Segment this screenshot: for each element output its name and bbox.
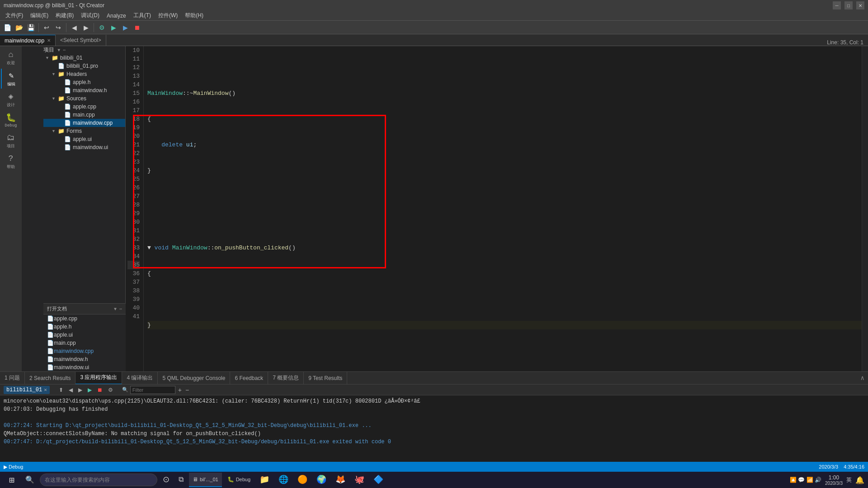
menu-controls[interactable]: 控件(W) [155,11,181,20]
editor-scrollbar[interactable] [862,46,868,371]
bottom-tab-qml[interactable]: 5 QML Debugger Console [158,372,230,385]
sidebar-edit[interactable]: ✎ 编辑 [1,69,21,89]
tree-item-main-cpp[interactable]: 📄 main.cpp [43,111,125,119]
bottom-tab-output[interactable]: 3 应用程序输出 [75,372,122,385]
taskbar-firefox[interactable]: 🦊 [332,473,349,487]
toolbar-new[interactable]: 📄 [2,22,13,33]
taskbar-search[interactable]: 在这里输入你要搜索的内容 [40,474,157,486]
tree-item-root[interactable]: ▼ 📁 bilibili_01 [43,54,125,62]
tab-close[interactable]: ✕ [47,38,51,43]
bottom-tab-summary[interactable]: 7 概要信息 [268,372,304,385]
sidebar-debug[interactable]: 🐛 Debug [1,110,21,130]
close-button[interactable]: ✕ [856,1,864,9]
bottom-tab-search[interactable]: 2 Search Results [25,372,75,385]
toolbar-undo[interactable]: ↩ [41,22,52,33]
bilibili-tab-close[interactable]: ✕ [44,387,47,393]
tree-item-pro[interactable]: 📄 bilibili_01.pro [43,62,125,70]
menu-edit[interactable]: 编辑(E) [27,11,52,20]
tree-item-sources[interactable]: ▼ 📁 Sources [43,94,125,103]
toolbar-redo[interactable]: ↪ [53,22,64,33]
toolbar-run[interactable]: ▶ [108,22,119,33]
taskbar-debug[interactable]: 🐛 Debug [224,473,254,487]
btn-scroll-next[interactable]: ▶ [76,386,84,394]
sidebar-help[interactable]: ? 帮助 [1,152,21,172]
tree-item-mainwindow-cpp[interactable]: 📄 mainwindow.cpp [43,119,125,127]
filter-input[interactable] [130,386,175,394]
taskbar-browser1[interactable]: 🌐 [275,473,292,487]
open-file-mainwindow-cpp[interactable]: 📄 mainwindow.cpp [43,347,126,355]
arrow-icon: ▼ [52,129,58,133]
tab-label: <Select Symbol> [60,37,101,43]
btn-stop[interactable]: ⏹ [95,386,104,394]
minimize-button[interactable]: ─ [833,1,841,9]
bottom-tab-compile[interactable]: 4 编译输出 [122,372,158,385]
toolbar-save[interactable]: 💾 [25,22,36,33]
taskbar-explorer[interactable]: 📁 [256,473,273,487]
output-line [4,413,864,422]
bottom-tab-feedback[interactable]: 6 Feedback [230,372,268,385]
bottom-tab-problems[interactable]: 1 问题 [0,372,25,385]
open-file-main-cpp[interactable]: 📄 main.cpp [43,339,126,347]
taskbar-lang[interactable]: 英 [846,476,852,484]
status-debug[interactable]: ▶ Debug [4,464,23,470]
sidebar-design[interactable]: ◈ 设计 [1,89,21,109]
taskbar-task-view[interactable]: ⧉ [175,473,187,487]
open-file-apple-ui[interactable]: 📄 apple.ui [43,331,126,339]
taskbar-vs[interactable]: 🔷 [370,473,387,487]
menu-build[interactable]: 构建(B) [52,11,77,20]
toolbar-debug-run[interactable]: ▶ [120,22,131,33]
btn-scroll-prev[interactable]: ◀ [67,386,75,394]
sidebar-project[interactable]: 🗂 项目 [1,131,21,151]
bottom-panel-toggle[interactable]: ∧ [861,374,868,382]
open-file-mainwindow-h[interactable]: 📄 mainwindow.h [43,355,126,363]
tree-item-forms[interactable]: ▼ 📁 Forms [43,127,125,135]
btn-settings[interactable]: ⚙ [106,386,115,394]
btn-filter-remove[interactable]: − [184,386,190,394]
menu-analyze[interactable]: Analyze [103,12,130,20]
taskbar-chrome[interactable]: 🌍 [313,473,330,487]
tree-item-apple-ui[interactable]: 📄 apple.ui [43,135,125,143]
open-file-apple-cpp[interactable]: 📄 apple.cpp [43,314,126,323]
btn-scroll-top[interactable]: ⬆ [57,386,65,394]
toolbar-forward[interactable]: ▶ [80,22,91,33]
toolbar-back[interactable]: ◀ [69,22,80,33]
sidebar-welcome[interactable]: ⌂ 欢迎 [1,48,21,68]
menu-file[interactable]: 文件(F) [2,11,27,20]
menu-tools[interactable]: 工具(T) [130,11,155,20]
maximize-button[interactable]: □ [844,1,853,9]
tree-item-mainwindow-h[interactable]: 📄 mainwindow.h [43,86,125,94]
tree-label-pro: bilibili_01.pro [66,63,98,69]
code-editor: 1011121314 1516171819 2021222324 2526272… [126,46,868,371]
bottom-tab-test[interactable]: 9 Test Results [304,372,347,385]
pro-file-icon: 📄 [58,63,65,69]
tree-item-apple-h[interactable]: 📄 apple.h [43,78,125,86]
editor-area[interactable]: 1011121314 1516171819 2021222324 2526272… [126,46,868,371]
tree-item-mainwindow-ui[interactable]: 📄 mainwindow.ui [43,143,125,151]
btn-run[interactable]: ▶ [86,386,94,394]
menu-help[interactable]: 帮助(H) [181,11,207,20]
start-button[interactable]: ⊞ [4,472,20,488]
bilibili-tab[interactable]: bilibili_01 ✕ [4,386,50,394]
taskbar-browser2[interactable]: 🟠 [294,473,311,487]
open-file-apple-h[interactable]: 📄 apple.h [43,323,126,331]
open-file-label: mainwindow.h [54,356,88,362]
toolbar-open[interactable]: 📂 [14,22,24,33]
tree-label-headers: Headers [66,71,87,77]
tab-select-symbol[interactable]: <Select Symbol> [56,35,106,46]
btn-filter-add[interactable]: + [177,386,183,394]
taskbar-qt-creator[interactable]: 🖥 bil'..._01 [189,473,222,487]
edit-label: 编辑 [7,81,15,87]
tree-item-headers[interactable]: ▼ 📁 Headers [43,70,125,78]
code-content[interactable]: MainWindow::~MainWindow() { delete ui; }… [144,46,868,371]
tree-item-apple-cpp[interactable]: 📄 apple.cpp [43,103,125,111]
tab-mainwindow-cpp[interactable]: mainwindow.cpp ✕ [0,35,56,46]
taskbar-gitkraken[interactable]: 🐙 [351,473,368,487]
taskbar-cortana[interactable]: ⊙ [159,473,173,487]
taskbar-left: ⊞ 🔍 在这里输入你要搜索的内容 ⊙ ⧉ 🖥 bil'..._01 🐛 Debu… [4,472,387,488]
taskbar-clock[interactable]: 1:00 2020/3/3 [825,474,843,486]
menu-debug[interactable]: 调试(D) [77,11,103,20]
toolbar-stop[interactable]: ⏹ [132,22,142,33]
notification-btn[interactable]: 🔔 [855,476,864,484]
open-file-mainwindow-ui[interactable]: 📄 mainwindow.ui [43,363,126,371]
toolbar-build[interactable]: ⚙ [96,22,107,33]
